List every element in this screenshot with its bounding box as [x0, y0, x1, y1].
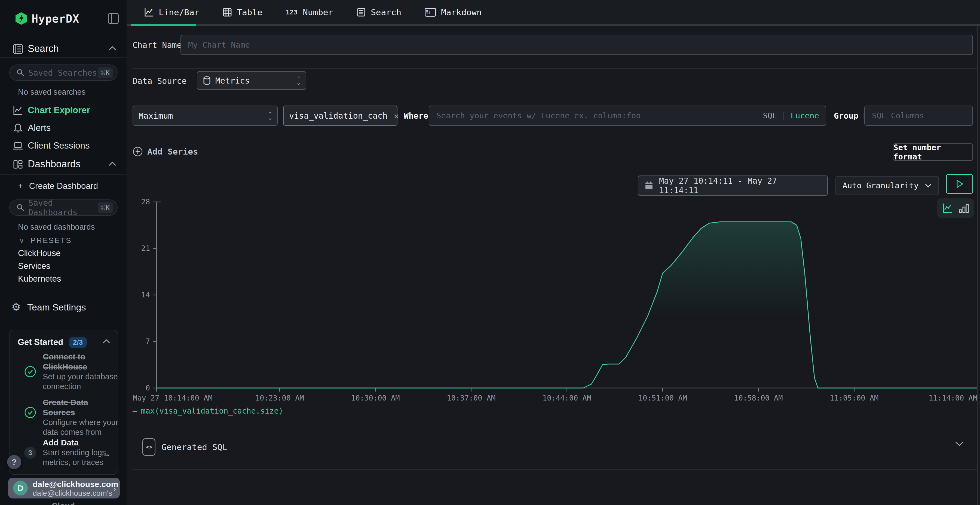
lucene-option[interactable]: Lucene: [791, 111, 819, 120]
tab-underline-track: [127, 24, 980, 26]
sidebar: HyperDX Search Saved Searches ⌘K No save…: [0, 0, 127, 505]
no-saved-dashboards-text: No saved dashboards: [18, 222, 95, 232]
sidebar-section-dashboards[interactable]: Dashboards: [0, 156, 127, 173]
shortcut-badge: ⌘K: [98, 202, 113, 213]
tab-line-bar[interactable]: Line/Bar: [144, 7, 199, 17]
svg-text:11:05:00 AM: 11:05:00 AM: [830, 394, 878, 402]
chevron-up-icon[interactable]: [102, 339, 111, 345]
create-dashboard-button[interactable]: + Create Dashboard: [18, 181, 98, 191]
generated-sql-section[interactable]: <> Generated SQL: [127, 425, 980, 469]
svg-text:10:58:00 AM: 10:58:00 AM: [734, 394, 783, 402]
number-123-icon: 123: [286, 9, 298, 16]
preset-kubernetes[interactable]: Kubernetes: [18, 274, 61, 284]
plus-icon: +: [18, 181, 23, 191]
get-started-header[interactable]: Get Started 2/3: [10, 337, 118, 349]
line-chart-icon: [144, 7, 154, 17]
progress-badge: 2/3: [69, 337, 87, 348]
step-title: Connect to ClickHouse: [43, 351, 122, 372]
saved-dashboards-placeholder: Saved Dashboards: [28, 198, 98, 217]
svg-text:28: 28: [141, 197, 150, 206]
svg-text:14: 14: [141, 291, 150, 299]
chevron-right-icon: ›: [113, 484, 116, 494]
sidebar-section-search[interactable]: Search: [0, 40, 127, 57]
saved-dashboards-input[interactable]: Saved Dashboards ⌘K: [9, 199, 118, 216]
markdown-icon: M↓: [425, 8, 436, 17]
sidebar-item-chart-explorer[interactable]: Chart Explorer: [0, 102, 127, 119]
chevron-down-icon[interactable]: [955, 441, 964, 448]
help-button[interactable]: ?: [7, 455, 21, 469]
brand-title: HyperDX: [32, 13, 80, 25]
chevron-up-icon[interactable]: [108, 46, 117, 52]
svg-text:10:51:00 AM: 10:51:00 AM: [638, 394, 687, 402]
add-series-button[interactable]: Add Series: [132, 146, 198, 157]
group-by-input[interactable]: [864, 106, 973, 126]
preset-clickhouse[interactable]: ClickHouse: [18, 248, 61, 258]
svg-text:21: 21: [141, 244, 150, 252]
generated-sql-label: Generated SQL: [161, 442, 228, 452]
presets-toggle[interactable]: ∨PRESETS: [19, 236, 72, 245]
dashboards-grid-icon: [13, 159, 24, 171]
legend-label: max(visa_validation_cache.size): [141, 407, 283, 416]
set-number-format-button[interactable]: Set number format: [893, 143, 973, 161]
scrollbar-track[interactable]: [977, 26, 978, 505]
journal-icon: [13, 43, 24, 56]
granularity-select[interactable]: Auto Granularity: [835, 176, 939, 195]
tab-label: Search: [371, 7, 401, 17]
close-icon[interactable]: ✕: [394, 111, 399, 121]
tab-label: Markdown: [441, 7, 482, 17]
check-circle-icon: [24, 366, 36, 378]
query-language-toggle[interactable]: SQL | Lucene: [763, 106, 819, 126]
sql-option[interactable]: SQL: [763, 111, 777, 120]
chart-name-input[interactable]: [180, 35, 973, 55]
chevron-down-icon: [925, 183, 932, 188]
user-org: dale@clickhouse.com's: [33, 489, 112, 498]
sidebar-item-label: Alerts: [28, 123, 51, 133]
shortcut-badge: ⌘K: [98, 67, 113, 78]
table-icon: [223, 8, 232, 17]
svg-text:11:14:00 AM: 11:14:00 AM: [929, 394, 977, 402]
separator: |: [781, 111, 786, 120]
team-settings-button[interactable]: ⚙ Team Settings: [0, 299, 127, 316]
preset-services[interactable]: Services: [18, 261, 50, 271]
aggregation-value: Maximum: [138, 111, 173, 121]
aggregation-select[interactable]: Maximum ⌃⌄: [132, 106, 278, 126]
tab-markdown[interactable]: M↓ Markdown: [425, 7, 482, 17]
metric-tag[interactable]: visa_validation_cach ✕: [283, 106, 398, 126]
hyperdx-app: HyperDX Search Saved Searches ⌘K No save…: [0, 0, 980, 505]
sidebar-item-client-sessions[interactable]: Client Sessions: [0, 137, 127, 154]
tab-number[interactable]: 123 Number: [286, 7, 334, 17]
chevron-up-icon[interactable]: [108, 161, 117, 168]
code-icon: <>: [142, 438, 156, 456]
step-title: Create Data Sources: [43, 397, 122, 418]
chart-name-label: Chart Name: [132, 40, 182, 50]
step-title: Add Data: [43, 438, 122, 448]
tab-table[interactable]: Table: [223, 7, 262, 17]
data-source-select[interactable]: Metrics ⌃⌄: [197, 71, 306, 90]
svg-text:10:37:00 AM: 10:37:00 AM: [447, 394, 495, 402]
search-icon: [16, 203, 24, 212]
timeseries-chart[interactable]: 07142128May 27 10:14:00 AM10:23:00 AM10:…: [130, 193, 979, 405]
user-menu[interactable]: D dale@clickhouse.com dale@clickhouse.co…: [8, 478, 120, 499]
saved-searches-input[interactable]: Saved Searches ⌘K: [9, 65, 118, 81]
where-label: Where: [404, 111, 428, 121]
divider: [132, 469, 977, 470]
data-source-label: Data Source: [132, 76, 187, 86]
sidebar-item-alerts[interactable]: Alerts: [0, 119, 127, 136]
avatar: D: [13, 481, 28, 495]
tab-bar: Line/Bar Table 123 Number Search: [127, 0, 980, 26]
search-icon: [16, 68, 24, 77]
run-query-button[interactable]: [946, 174, 973, 194]
divider: [132, 68, 977, 69]
chart-legend[interactable]: — max(visa_validation_cache.size): [132, 407, 283, 416]
active-tab-underline: [131, 24, 196, 26]
select-chevrons-icon: ⌃⌄: [269, 112, 272, 119]
arrow-right-icon: →: [102, 448, 111, 459]
tab-label: Line/Bar: [159, 7, 199, 17]
tab-search[interactable]: Search: [356, 7, 401, 17]
date-range-picker[interactable]: May 27 10:14:11 - May 27 11:14:11: [638, 176, 828, 195]
sidebar-collapse-icon[interactable]: [108, 13, 119, 24]
main-content: Line/Bar Table 123 Number Search: [127, 0, 980, 505]
sidebar-item-label: Client Sessions: [28, 140, 89, 151]
hyperdx-logo-icon: [15, 12, 28, 25]
saved-searches-placeholder: Saved Searches: [28, 68, 98, 78]
